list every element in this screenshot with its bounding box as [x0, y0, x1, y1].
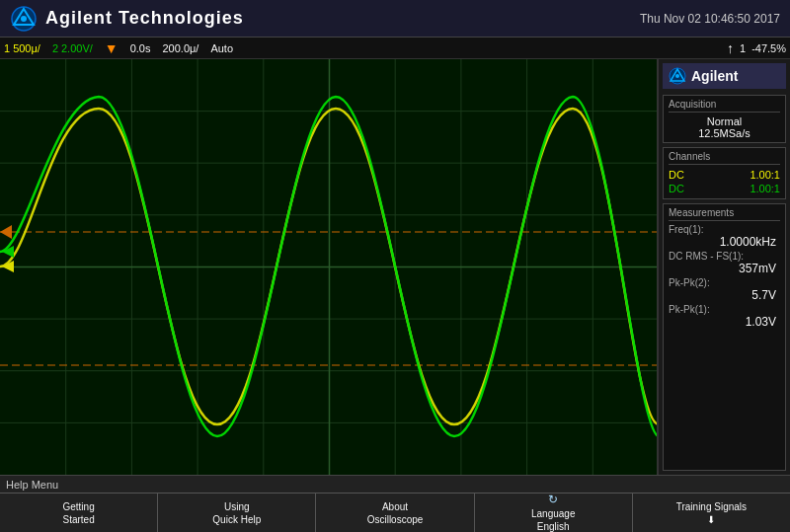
getting-started-line2: Started: [62, 513, 94, 526]
ch2-probe: 1.00:1: [750, 183, 780, 194]
ch1-indicator: 1 500μ/: [4, 42, 40, 54]
getting-started-line1: Getting: [62, 500, 94, 513]
ch2-indicator: 2 2.00V/: [52, 42, 93, 54]
side-brand: Agilent: [663, 63, 786, 89]
scope-grid: [0, 59, 657, 475]
measurements-section: Measurements Freq(1): 1.0000kHz DC RMS -…: [663, 203, 786, 471]
channels-section: Channels DC 1.00:1 DC 1.00:1: [663, 147, 786, 199]
channel-num: 1: [740, 42, 746, 54]
dc-rms-value: 357mV: [669, 262, 780, 275]
getting-started-button[interactable]: Getting Started: [0, 494, 158, 532]
acquisition-title: Acquisition: [669, 99, 780, 113]
time-pos-value: 0.0s: [130, 42, 151, 54]
ch2-coupling: DC: [669, 183, 684, 194]
pk-pk1-label: Pk-Pk(1):: [669, 304, 780, 315]
about-oscilloscope-button[interactable]: About Oscilloscope: [316, 494, 474, 532]
ch1-volts-div: 500μ/: [13, 42, 40, 54]
acquisition-section: Acquisition Normal 12.5MSa/s: [663, 95, 786, 143]
scope-toolbar: 1 500μ/ 2 2.00V/ ▼ 0.0s 200.0μ/ Auto ↑ 1…: [0, 38, 790, 59]
ch-position-area: ↑ 1 -47.5%: [727, 40, 786, 56]
ch2-row: DC 1.00:1: [669, 182, 780, 195]
side-panel: Agilent Acquisition Normal 12.5MSa/s Cha…: [659, 59, 790, 475]
pk-pk1-value: 1.03V: [669, 315, 780, 329]
help-menu-text: Help Menu: [6, 479, 58, 491]
footer-buttons: Getting Started Using Quick Help About O…: [0, 493, 790, 532]
acquisition-mode: Normal: [669, 115, 780, 127]
freq-value: 1.0000kHz: [669, 235, 780, 249]
language-icon: ↻: [548, 493, 558, 508]
channel-arrow-icon: ↑: [727, 40, 734, 56]
timestamp: Thu Nov 02 10:46:50 2017: [640, 12, 780, 26]
acquisition-rate: 12.5MSa/s: [669, 127, 780, 139]
help-menu-label: Help Menu: [0, 475, 790, 493]
ch2-volts-div: 2.00V/: [61, 42, 93, 54]
training-signals-line1: Training Signals: [676, 500, 747, 513]
training-signals-arrow-icon: ⬇: [707, 513, 715, 526]
trigger-mode: Auto: [210, 42, 233, 54]
ch1-probe: 1.00:1: [750, 169, 780, 181]
ch1-label: 1: [4, 42, 10, 54]
language-button[interactable]: ↻ Language English: [475, 494, 633, 532]
main-area: Agilent Acquisition Normal 12.5MSa/s Cha…: [0, 59, 790, 475]
app-title: Agilent Technologies: [45, 8, 244, 29]
channels-title: Channels: [669, 151, 780, 165]
time-position: 0.0s: [130, 42, 151, 54]
using-quick-help-line2: Quick Help: [212, 513, 261, 526]
about-oscilloscope-line2: Oscilloscope: [367, 513, 424, 526]
language-line1: Language: [531, 507, 576, 520]
trigger-arrow-icon: ▼: [105, 40, 118, 56]
app-header: Agilent Technologies Thu Nov 02 10:46:50…: [0, 0, 790, 38]
measurements-title: Measurements: [669, 207, 780, 221]
using-quick-help-line1: Using: [224, 500, 250, 513]
side-brand-name: Agilent: [691, 68, 738, 84]
time-div: 200.0μ/: [162, 42, 198, 54]
dc-rms-label: DC RMS - FS(1):: [669, 251, 780, 262]
training-signals-button[interactable]: Training Signals ⬇: [633, 494, 790, 532]
pk-pk2-value: 5.7V: [669, 288, 780, 302]
agilent-logo-icon: [10, 5, 38, 33]
trigger-mode-value: Auto: [210, 42, 233, 54]
using-quick-help-button[interactable]: Using Quick Help: [158, 494, 316, 532]
ch2-label: 2: [52, 42, 58, 54]
time-div-value: 200.0μ/: [162, 42, 198, 54]
svg-point-29: [675, 74, 679, 78]
freq-label: Freq(1):: [669, 224, 780, 235]
scope-display: [0, 59, 659, 475]
pk-pk2-label: Pk-Pk(2):: [669, 277, 780, 288]
language-line2: English: [537, 520, 570, 532]
trigger-arrow: ▼: [105, 40, 118, 56]
side-logo-icon: [669, 67, 686, 85]
ch1-row: DC 1.00:1: [669, 168, 780, 182]
ch-position-value: -47.5%: [751, 42, 786, 54]
svg-point-2: [21, 16, 27, 22]
ch1-coupling: DC: [669, 169, 684, 181]
header-left: Agilent Technologies: [10, 5, 244, 33]
about-oscilloscope-line1: About: [382, 500, 408, 513]
